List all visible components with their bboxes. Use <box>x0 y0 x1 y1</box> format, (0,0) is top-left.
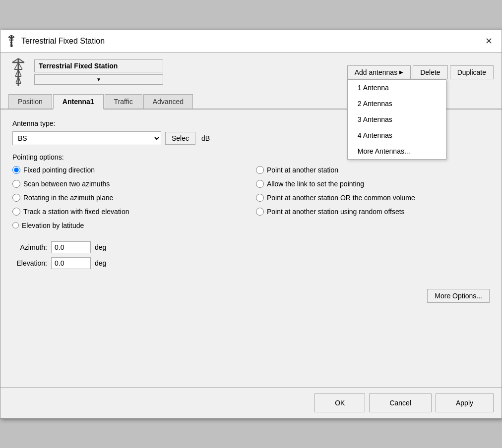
station-header: ▼ Add antennas ▶ 1 Antenna2 Antennas3 An… <box>0 53 502 87</box>
radio-allow-link-label: Allow the link to set the pointing <box>267 180 364 188</box>
azimuth-unit: deg <box>95 243 106 251</box>
tab-advanced[interactable]: Advanced <box>143 94 193 109</box>
radio-allow-link[interactable]: Allow the link to set the pointing <box>256 180 490 188</box>
radio-point-random-offsets-label: Point at another station using random of… <box>267 208 405 216</box>
antenna-type-label: Antenna type: <box>12 119 55 127</box>
pointing-section: Pointing options: Fixed pointing directi… <box>12 153 490 229</box>
radio-point-common-volume-label: Point at another station OR the common v… <box>267 194 415 202</box>
title-bar: Terrestrial Fixed Station ✕ <box>0 30 502 53</box>
delete-button[interactable]: Delete <box>413 65 447 79</box>
tab-traffic[interactable]: Traffic <box>105 94 142 109</box>
pointing-options-grid: Fixed pointing direction Point at anothe… <box>12 166 490 216</box>
radio-track-station[interactable]: Track a station with fixed elevation <box>12 208 246 216</box>
more-options-button[interactable]: More Options... <box>427 289 490 303</box>
radio-point-common-volume[interactable]: Point at another station OR the common v… <box>256 194 490 202</box>
close-button[interactable]: ✕ <box>482 34 496 48</box>
dialog-window: Terrestrial Fixed Station ✕ ▼ <box>0 30 502 419</box>
db-label: dB <box>201 134 210 142</box>
select-antenna-button[interactable]: Selec <box>165 132 195 145</box>
elevation-unit: deg <box>95 259 106 267</box>
bottom-bar: OK Cancel Apply <box>0 387 502 418</box>
azimuth-row: Azimuth: deg <box>12 241 490 253</box>
radio-point-another-label: Point at another station <box>267 166 338 174</box>
radio-point-random-offsets[interactable]: Point at another station using random of… <box>256 208 490 216</box>
antenna-menu-item-2[interactable]: 3 Antennas <box>348 112 446 127</box>
add-antennas-arrow-icon: ▶ <box>399 69 403 75</box>
radio-point-another[interactable]: Point at another station <box>256 166 490 174</box>
radio-fixed-pointing-label: Fixed pointing direction <box>23 166 95 174</box>
title-bar-left: Terrestrial Fixed Station <box>6 35 105 47</box>
azimuth-label: Azimuth: <box>12 243 47 251</box>
more-options-row: More Options... <box>12 289 490 303</box>
window-title: Terrestrial Fixed Station <box>21 37 105 46</box>
elevation-input[interactable] <box>51 257 91 269</box>
radio-scan-azimuths[interactable]: Scan between two azimuths <box>12 180 246 188</box>
tab-position[interactable]: Position <box>8 94 52 109</box>
station-name-input[interactable] <box>34 59 163 72</box>
radio-elevation-latitude-label: Elevation by latitude <box>22 222 84 229</box>
radio-track-station-label: Track a station with fixed elevation <box>23 208 129 216</box>
add-antennas-button[interactable]: Add antennas ▶ <box>347 65 411 79</box>
radio-scan-azimuths-label: Scan between two azimuths <box>23 180 110 188</box>
header-buttons: Add antennas ▶ 1 Antenna2 Antennas3 Ante… <box>347 65 494 79</box>
station-dropdown-button[interactable]: ▼ <box>34 74 163 85</box>
add-antennas-container: Add antennas ▶ 1 Antenna2 Antennas3 Ante… <box>347 65 411 79</box>
radio-elevation-latitude[interactable]: Elevation by latitude <box>12 222 490 229</box>
radio-rotating-azimuth-label: Rotating in the azimuth plane <box>23 194 113 202</box>
elevation-label: Elevation: <box>12 259 47 267</box>
antenna-menu-item-3[interactable]: 4 Antennas <box>348 127 446 143</box>
antenna-menu-item-1[interactable]: 2 Antennas <box>348 96 446 112</box>
apply-button[interactable]: Apply <box>436 393 494 412</box>
antenna-dropdown-menu: 1 Antenna2 Antennas3 Antennas4 AntennasM… <box>347 79 446 160</box>
antenna-menu-item-4[interactable]: More Antennas... <box>348 143 446 159</box>
duplicate-button[interactable]: Duplicate <box>450 65 494 79</box>
elevation-row: Elevation: deg <box>12 257 490 269</box>
cancel-button[interactable]: Cancel <box>369 393 432 412</box>
antenna-menu-item-0[interactable]: 1 Antenna <box>348 80 446 96</box>
radio-rotating-azimuth[interactable]: Rotating in the azimuth plane <box>12 194 246 202</box>
radio-fixed-pointing[interactable]: Fixed pointing direction <box>12 166 246 174</box>
az-el-section: Azimuth: deg Elevation: deg <box>12 241 490 269</box>
ok-button[interactable]: OK <box>314 393 365 412</box>
tab-antenna1[interactable]: Antenna1 <box>53 94 104 110</box>
station-tower-icon <box>8 57 28 87</box>
antenna-type-select[interactable]: BS <box>12 131 161 145</box>
azimuth-input[interactable] <box>51 241 91 253</box>
tower-icon <box>6 35 16 47</box>
